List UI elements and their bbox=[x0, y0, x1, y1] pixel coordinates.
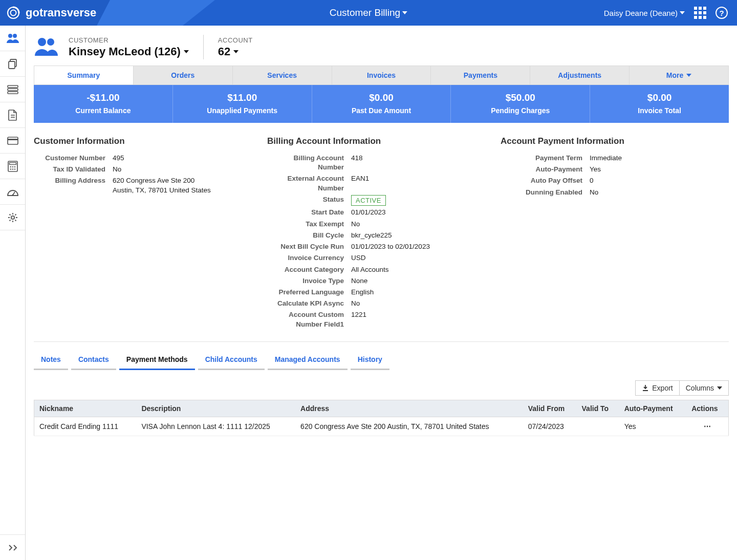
field-label: External Account Number bbox=[267, 174, 344, 192]
export-button[interactable]: Export bbox=[635, 380, 679, 396]
svg-point-25 bbox=[47, 38, 54, 46]
tab-invoices[interactable]: Invoices bbox=[332, 66, 431, 84]
stat-card: -$11.00Current Balance bbox=[34, 85, 173, 123]
stat-card: $50.00Pending Charges bbox=[451, 85, 590, 123]
customer-selector[interactable]: Kinsey McLeod (126) bbox=[69, 45, 189, 58]
payment-info-title: Account Payment Information bbox=[501, 136, 729, 146]
svg-rect-11 bbox=[8, 137, 18, 144]
rail-dashboard-icon[interactable] bbox=[0, 179, 25, 205]
account-selector[interactable]: 62 bbox=[218, 45, 253, 58]
subtab-notes[interactable]: Notes bbox=[34, 351, 68, 370]
svg-point-24 bbox=[38, 38, 46, 46]
column-header[interactable]: Nickname bbox=[34, 400, 137, 417]
field-value: No bbox=[351, 299, 495, 308]
rail-card-icon[interactable] bbox=[0, 128, 25, 154]
svg-point-2 bbox=[8, 34, 12, 38]
tab-services[interactable]: Services bbox=[233, 66, 332, 84]
svg-point-16 bbox=[12, 166, 13, 167]
account-value: 62 bbox=[218, 45, 230, 58]
stat-card: $0.00Past Due Amount bbox=[312, 85, 451, 123]
svg-rect-8 bbox=[8, 92, 18, 94]
user-name: Daisy Deane (Deane) bbox=[604, 9, 678, 17]
page-title-dropdown[interactable]: Customer Billing bbox=[330, 7, 407, 18]
column-header[interactable]: Description bbox=[136, 400, 295, 417]
subtab-payment-methods[interactable]: Payment Methods bbox=[119, 351, 195, 370]
column-header[interactable]: Address bbox=[295, 400, 523, 417]
field-value: 1221 bbox=[351, 310, 495, 329]
column-header[interactable]: Auto-Payment bbox=[619, 400, 687, 417]
field-label: Bill Cycle bbox=[267, 231, 344, 240]
tab-more[interactable]: More bbox=[630, 66, 728, 84]
svg-rect-7 bbox=[8, 89, 18, 91]
logo-icon bbox=[6, 6, 20, 20]
stat-label: Invoice Total bbox=[593, 106, 726, 115]
field-label: Invoice Currency bbox=[267, 253, 344, 263]
rail-stack-icon[interactable] bbox=[0, 77, 25, 102]
billing-info: Billing Account Information Billing Acco… bbox=[267, 136, 495, 331]
field-value: ACTIVE bbox=[351, 195, 495, 206]
field-label: Dunning Enabled bbox=[501, 188, 582, 197]
customer-info: Customer Information Customer Number495T… bbox=[34, 136, 262, 331]
column-header[interactable]: Valid To bbox=[577, 400, 619, 417]
field-value: 01/01/2023 to 02/01/2023 bbox=[351, 242, 495, 251]
tab-payments[interactable]: Payments bbox=[431, 66, 530, 84]
customer-name: Kinsey McLeod (126) bbox=[69, 45, 181, 58]
stat-value: $11.00 bbox=[176, 92, 309, 103]
help-icon[interactable]: ? bbox=[716, 7, 728, 19]
cell-valid-to bbox=[577, 417, 619, 436]
stat-label: Current Balance bbox=[37, 106, 169, 115]
tab-adjustments[interactable]: Adjustments bbox=[530, 66, 630, 84]
caret-down-icon bbox=[184, 50, 189, 53]
apps-icon[interactable] bbox=[694, 7, 706, 19]
subtab-child-accounts[interactable]: Child Accounts bbox=[198, 351, 265, 370]
field-label: Start Date bbox=[267, 208, 344, 217]
column-header[interactable]: Actions bbox=[686, 400, 728, 417]
svg-point-17 bbox=[14, 166, 15, 167]
brand-text: gotransverse bbox=[26, 6, 96, 19]
billing-info-title: Billing Account Information bbox=[267, 136, 495, 146]
tab-summary[interactable]: Summary bbox=[34, 66, 134, 84]
customer-info-title: Customer Information bbox=[34, 136, 262, 146]
svg-point-3 bbox=[13, 34, 17, 38]
subtab-history[interactable]: History bbox=[351, 351, 389, 370]
field-label: Calculate KPI Async bbox=[267, 299, 344, 308]
rail-gear-icon[interactable] bbox=[0, 205, 25, 230]
rail-copy-icon[interactable] bbox=[0, 51, 25, 77]
stat-card: $11.00Unapplied Payments bbox=[173, 85, 312, 123]
svg-rect-12 bbox=[8, 139, 18, 140]
svg-point-19 bbox=[12, 168, 13, 169]
info-columns: Customer Information Customer Number495T… bbox=[26, 123, 737, 336]
tab-orders[interactable]: Orders bbox=[134, 66, 233, 84]
field-label: Auto-Payment bbox=[501, 165, 582, 174]
cell-auto-payment: Yes bbox=[619, 417, 687, 436]
cell-nickname: Credit Card Ending 1111 bbox=[34, 417, 137, 436]
columns-button[interactable]: Columns bbox=[680, 380, 729, 396]
export-label: Export bbox=[652, 384, 673, 392]
left-rail bbox=[0, 26, 26, 457]
stat-value: $0.00 bbox=[593, 92, 726, 103]
field-value: 01/01/2023 bbox=[351, 208, 495, 217]
rail-document-icon[interactable] bbox=[0, 102, 25, 128]
column-header[interactable]: Valid From bbox=[523, 400, 577, 417]
subtab-contacts[interactable]: Contacts bbox=[71, 351, 116, 370]
field-label: Customer Number bbox=[34, 154, 105, 163]
row-actions[interactable]: ⋯ bbox=[686, 417, 728, 436]
stat-value: $50.00 bbox=[454, 92, 587, 103]
subtab-managed-accounts[interactable]: Managed Accounts bbox=[268, 351, 348, 370]
cell-description: VISA John Lennon Last 4: 1111 12/2025 bbox=[136, 417, 295, 436]
caret-down-icon bbox=[402, 11, 407, 14]
brand-area[interactable]: gotransverse bbox=[0, 0, 96, 26]
account-label: ACCOUNT bbox=[218, 36, 253, 44]
field-value: Immediate bbox=[590, 154, 729, 163]
user-menu[interactable]: Daisy Deane (Deane) bbox=[604, 9, 685, 17]
customers-icon bbox=[34, 36, 58, 57]
rail-customers-icon[interactable] bbox=[0, 26, 25, 51]
field-value: 620 Congress Ave Ste 200Austin, TX, 7870… bbox=[113, 176, 262, 195]
field-label: Tax ID Validated bbox=[34, 165, 105, 174]
rail-calculator-icon[interactable] bbox=[0, 154, 25, 179]
field-value: None bbox=[351, 276, 495, 286]
svg-point-15 bbox=[10, 166, 11, 167]
field-value: bkr_cycle225 bbox=[351, 231, 495, 240]
main: CUSTOMER Kinsey McLeod (126) ACCOUNT 62 … bbox=[26, 26, 737, 457]
stat-card: $0.00Invoice Total bbox=[590, 85, 729, 123]
